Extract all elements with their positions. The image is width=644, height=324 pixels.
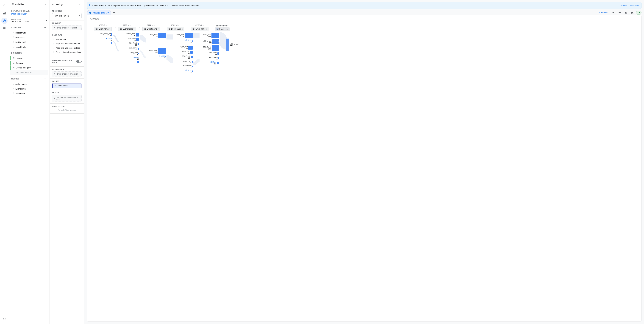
step2-header: STEP -2 ✏ ▦ Event name ▾	[165, 24, 186, 31]
settings-icon[interactable]: ⚙	[1, 316, 8, 322]
settings-label: Settings	[56, 3, 64, 6]
step2-node-view_item-top[interactable]: view_item 134	[176, 33, 192, 38]
step1-selector[interactable]: ▦ Event name ▾	[191, 27, 208, 31]
breakdown-drop-zone[interactable]: + + Drop or select dimension	[52, 72, 82, 77]
metric-total-users[interactable]: ⠿ Total users	[10, 91, 48, 96]
reports-icon[interactable]	[1, 10, 8, 16]
segment-drop-zone[interactable]: + + Drop or select segment	[52, 25, 82, 30]
add-metric-button[interactable]: +	[43, 77, 47, 81]
node-type-event-name[interactable]: ⠿ Event name	[52, 37, 82, 42]
segment-paid-traffic[interactable]: ⠿ Paid traffic	[10, 35, 48, 40]
metric-active-users[interactable]: ⠿ Active users	[10, 82, 48, 86]
step3-node-page_view[interactable]: page_view 134	[149, 48, 166, 54]
step2-selector[interactable]: ▦ Event name ▾	[167, 27, 184, 31]
step5-selector[interactable]: ▦ Event name ▾	[94, 27, 112, 31]
step4-node-50scroll[interactable]: 50% Scroll 16	[129, 42, 139, 46]
node-bar	[212, 33, 219, 38]
exploration-area[interactable]: All Users STEP -5 ✏ ▦ Event name ▾	[87, 15, 642, 321]
step1-node-50scroll[interactable]: 50% Scroll 19	[209, 52, 219, 55]
step4-more-link[interactable]: +6 More 28	[133, 56, 139, 60]
node-type-page-title-screen-name[interactable]: ⠿ Page title and screen name	[52, 42, 82, 46]
metrics-section-header: METRICS +	[9, 75, 50, 82]
learn-more-button[interactable]: Learn more	[629, 4, 639, 7]
step1-more-bar	[217, 62, 219, 64]
dimension-country[interactable]: ⠿ Country	[10, 61, 48, 65]
dimension-device-category[interactable]: ⠿ Device category	[10, 66, 48, 70]
step1-node-add_to_cart[interactable]: add_to_cart 113	[203, 39, 219, 44]
info-icon: ℹ	[89, 4, 90, 7]
step1-more-link[interactable]: +5 More 37	[210, 61, 219, 65]
status-dropdown[interactable]: ✓ ▾	[636, 11, 642, 15]
step2-edit-icon[interactable]: ✏	[178, 24, 180, 26]
node-bar	[212, 45, 219, 51]
svg-rect-6	[12, 4, 13, 4]
step3-edit-icon[interactable]: ✏	[154, 24, 156, 26]
add-dimension-button[interactable]: +	[43, 51, 47, 55]
dimensions-section-header: DIMENSIONS +	[9, 49, 50, 56]
home-icon[interactable]: ⌂	[1, 2, 8, 8]
step4-header: STEP -4 ✏ ▦ Event name ▾	[117, 24, 137, 31]
undo-button[interactable]	[611, 10, 616, 15]
view-unique-toggle[interactable]	[76, 60, 82, 63]
step3-more-link[interactable]: +1 More 1	[158, 55, 166, 59]
step2-node-view_item-bottom[interactable]: view_item 23	[182, 51, 192, 54]
step2-more-top[interactable]: +1 More 1	[185, 39, 192, 43]
ending-node-add_to_cart[interactable]: add_to_cart 446	[226, 39, 239, 51]
event-count-chip[interactable]: ⠿ Event count	[52, 83, 82, 88]
step2-node-add_to_cart[interactable]: add_to_cart 63	[178, 46, 192, 50]
exploration-name-label: EXPLORATION NAME:	[9, 8, 50, 12]
step4-edit-icon[interactable]: ✏	[130, 24, 131, 26]
settings-close-button[interactable]: ✕	[78, 3, 82, 6]
node-bar	[111, 33, 112, 36]
svg-rect-5	[12, 4, 14, 4]
download-button[interactable]	[623, 10, 628, 15]
svg-rect-0	[3, 13, 4, 15]
metric-event-count[interactable]: ⠿ Event count	[10, 87, 48, 91]
step5-more-link[interactable]: +5 More 28	[106, 38, 112, 41]
path-exploration-tab[interactable]: 🔵 Path explorati... ▾	[87, 10, 111, 15]
filters-drop-zone[interactable]: + + Drop or select dimension or metric	[52, 95, 82, 102]
redo-button[interactable]	[617, 10, 622, 15]
add-tab-button[interactable]: +	[112, 11, 116, 15]
step1-node-view_item[interactable]: view_item 135	[203, 33, 219, 38]
date-range-selector[interactable]: Last 28 days Jun 20 - Jul 17, 2024 ▾	[9, 17, 50, 24]
step2-node-page_view[interactable]: page_view 4	[183, 60, 192, 64]
node-count: 2	[100, 35, 111, 37]
add-segment-button[interactable]: +	[43, 26, 47, 30]
start-over-button[interactable]: Start over	[598, 11, 610, 15]
step1-node-100scroll[interactable]: 100% Scroll 12	[208, 56, 219, 60]
date-range-label: Last 28 days	[11, 19, 29, 20]
step4-selector[interactable]: ▦ Event name ▾	[118, 27, 136, 31]
step4-node-page_view[interactable]: page_view 30	[128, 38, 139, 41]
step4-node-view_item[interactable]: view_item 8	[130, 52, 139, 55]
step2-more-bottom[interactable]: +1 More 1	[185, 69, 192, 73]
step4-node-select_item[interactable]: select_item 39	[126, 33, 139, 37]
explore-icon[interactable]	[1, 18, 8, 24]
step3-selector[interactable]: ▦ Event name ▾	[142, 27, 160, 31]
main-content: ℹ If an exploration has a segment with a…	[84, 0, 644, 324]
step2-node-50scroll[interactable]: 50% Scroll 2	[183, 65, 192, 69]
step2-node-25scroll[interactable]: 25% Scroll 20	[182, 55, 192, 59]
step1-node-25scroll[interactable]: 25% Scroll 130	[203, 45, 219, 51]
share-button[interactable]	[630, 10, 634, 15]
technique-dropdown[interactable]: Path exploration ▾	[52, 13, 82, 19]
date-range-value: Jun 20 - Jul 17, 2024	[11, 20, 29, 23]
step3-node-view_item[interactable]: view_item 133	[150, 33, 166, 38]
node-bar	[191, 56, 192, 58]
node-type-page-path-screen-class[interactable]: ⠿ Page path and screen class	[52, 50, 82, 54]
node-type-page-title-screen-class[interactable]: ⠿ Page title and screen class	[52, 46, 82, 50]
dimension-placeholder[interactable]: ⠿ First user medium	[10, 70, 48, 75]
segment-direct-traffic[interactable]: ⠿ Direct traffic	[10, 31, 48, 35]
step5-node-view_item_list[interactable]: view_item_list 2	[100, 33, 112, 37]
segment-mobile-traffic[interactable]: ⠿ Mobile traffic	[10, 40, 48, 44]
drag-handle-icon: ⠿	[13, 57, 14, 60]
advertising-icon[interactable]	[1, 25, 8, 32]
step1-edit-icon[interactable]: ✏	[202, 24, 204, 26]
dimension-gender[interactable]: ⠿ Gender	[10, 56, 48, 61]
step5-edit-icon[interactable]: ✏	[106, 24, 107, 26]
dismiss-button[interactable]: Dismiss	[620, 4, 627, 7]
variables-close-button[interactable]: ✕	[43, 3, 47, 6]
segment-tablet-traffic[interactable]: ⠿ Tablet traffic	[10, 45, 48, 49]
step4-node-25scroll[interactable]: 25% Scroll 12	[129, 47, 139, 51]
left-navigation: ⌂ ⚙	[0, 0, 9, 324]
